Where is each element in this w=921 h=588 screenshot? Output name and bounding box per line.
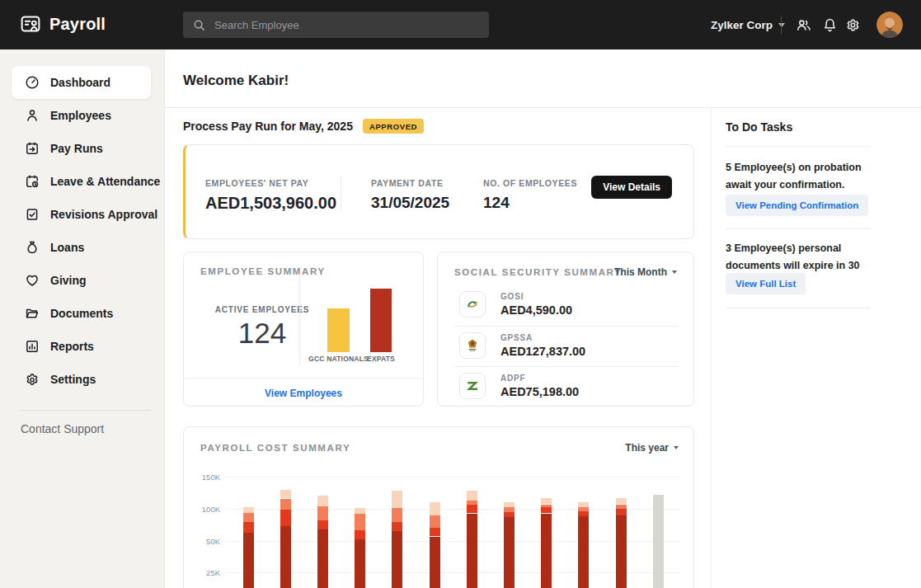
cost-bar-segment-top <box>541 498 552 505</box>
scheme-name: ADPF <box>500 374 579 383</box>
card-title: EMPLOYEE SUMMARY <box>200 266 326 276</box>
scheme-amount: AED75,198.00 <box>500 385 579 398</box>
chevron-down-icon <box>778 23 785 27</box>
cost-bar-segment-top <box>578 502 589 507</box>
card-inner-divider <box>299 274 300 365</box>
view-pending-confirmation-button[interactable]: View Pending Confirmation <box>726 195 868 216</box>
cost-bar-segment-mid <box>355 530 365 540</box>
welcome-header: Welcome Kabir! <box>165 49 921 108</box>
cost-bar-segment-mid <box>504 512 515 517</box>
employee-search[interactable] <box>183 12 489 38</box>
avatar-image <box>876 12 903 38</box>
net-pay-label: EMPLOYEES' NET PAY <box>205 178 336 188</box>
payrun-title-row: Process Pay Run for May, 2025 APPROVED <box>183 119 424 134</box>
app-name: Payroll <box>49 15 106 34</box>
cost-bar-segment-base <box>280 526 291 588</box>
sidebar-item-documents[interactable]: Documents <box>12 297 151 330</box>
sidebar-item-settings[interactable]: Settings <box>12 363 151 396</box>
payrun-summary-card: EMPLOYEES' NET PAY AED1,503,960.00 PAYME… <box>183 144 694 239</box>
reports-icon <box>25 339 40 354</box>
sidebar-item-label: Loans <box>50 241 84 254</box>
revisions-approval-icon <box>25 207 40 222</box>
cost-bar-segment-mid <box>243 522 254 533</box>
user-avatar[interactable] <box>876 12 903 38</box>
cost-bar-segment-mid <box>578 511 589 516</box>
page-title: Welcome Kabir! <box>183 73 289 89</box>
sidebar-item-label: Documents <box>50 307 113 320</box>
net-pay-value: AED1,503,960.00 <box>205 194 336 213</box>
search-input[interactable] <box>213 18 479 32</box>
social-security-row-adpf: ADPF AED75,198.00 <box>459 373 579 399</box>
sidebar-item-label: Reports <box>50 340 94 353</box>
sidebar-item-employees[interactable]: Employees <box>12 99 151 132</box>
cost-bar-segment-top <box>243 507 254 513</box>
cost-bar-segment-base <box>243 533 254 588</box>
cost-bar-segment-base <box>541 514 552 588</box>
sidebar-nav: Dashboard Employees Pay Runs <box>0 66 165 396</box>
scheme-name: GPSSA <box>500 333 585 342</box>
social-security-row-gosi: GOSI AED4,590.00 <box>459 291 572 318</box>
cost-bar-segment-mid <box>430 528 440 536</box>
y-axis-tick-label: 100K <box>184 505 220 514</box>
period-selector[interactable]: This Month <box>614 266 677 278</box>
cost-bar-segment-upper <box>430 515 440 529</box>
sidebar-item-label: Leave & Attendance <box>50 175 160 188</box>
folder-icon <box>25 306 40 321</box>
chevron-down-icon <box>672 270 677 274</box>
todo-divider <box>726 228 871 229</box>
users-icon[interactable] <box>796 17 811 33</box>
cost-bar-segment-upper <box>616 505 627 510</box>
cost-bar-segment-top <box>430 502 440 515</box>
gosi-logo <box>459 291 486 318</box>
cost-bar-segment-base <box>504 517 515 588</box>
sidebar-item-reports[interactable]: Reports <box>12 330 151 363</box>
contact-support-link[interactable]: Contact Support <box>21 422 104 435</box>
pay-runs-icon <box>25 141 40 156</box>
todo-task-text: 5 Employee(s) on probation await your co… <box>726 159 887 194</box>
sidebar-item-revisions-approval[interactable]: Revisions Approval <box>12 198 151 231</box>
loans-icon <box>25 240 40 255</box>
cost-bar-segment-mid <box>280 510 291 526</box>
gridline <box>225 509 680 510</box>
view-employees-link[interactable]: View Employees <box>265 388 342 399</box>
mini-bar-0 <box>327 308 350 352</box>
payment-date-label: PAYMENT DATE <box>371 178 449 188</box>
sidebar-item-dashboard[interactable]: Dashboard <box>12 66 151 99</box>
cost-bar-segment-upper <box>578 507 589 511</box>
gridline <box>225 541 680 542</box>
top-bar: Payroll Zylker Corp <box>0 0 921 49</box>
gear-icon[interactable] <box>845 17 861 33</box>
org-name: Zylker Corp <box>711 19 773 31</box>
sidebar-item-leave-attendance[interactable]: Leave & Attendance <box>12 165 151 198</box>
app-logo: Payroll <box>20 13 106 35</box>
todo-divider <box>726 308 871 308</box>
cost-bar-segment-mid <box>392 522 402 532</box>
sidebar-item-giving[interactable]: Giving <box>12 264 151 297</box>
card-title: SOCIAL SECURITY SUMMARY <box>454 267 622 277</box>
view-full-list-button[interactable]: View Full List <box>726 273 806 294</box>
row-divider <box>454 366 679 367</box>
sidebar-item-pay-runs[interactable]: Pay Runs <box>12 132 151 165</box>
cost-bar-segment-top <box>467 491 477 501</box>
cost-bar-segment-top <box>616 498 627 505</box>
cost-bar-segment-base <box>392 531 402 588</box>
gridline <box>225 477 680 477</box>
cost-bar-segment-mid <box>616 509 627 515</box>
cost-bar-segment-top <box>355 508 365 514</box>
employee-mix-chart: GCC NATIONALSEXPATS <box>308 252 423 352</box>
bell-icon[interactable] <box>822 17 838 33</box>
cost-bar-segment-mid <box>541 507 552 514</box>
gpssa-logo <box>459 332 486 359</box>
sidebar-item-loans[interactable]: Loans <box>12 231 151 264</box>
cost-bar-segment-top <box>280 490 291 498</box>
payroll-cost-card: PAYROLL COST SUMMARY This year 150K100K5… <box>183 426 694 588</box>
dashboard-icon <box>25 75 40 90</box>
cost-bar-segment-projected <box>653 495 664 588</box>
org-switcher[interactable]: Zylker Corp <box>711 0 785 49</box>
cost-bar-segment-base <box>467 514 477 588</box>
card-footer: View Employees <box>184 378 423 407</box>
sidebar-item-label: Revisions Approval <box>50 208 157 221</box>
view-details-button[interactable]: View Details <box>591 176 672 199</box>
todo-title: To Do Tasks <box>726 120 792 134</box>
cost-bar-segment-base <box>430 537 440 588</box>
